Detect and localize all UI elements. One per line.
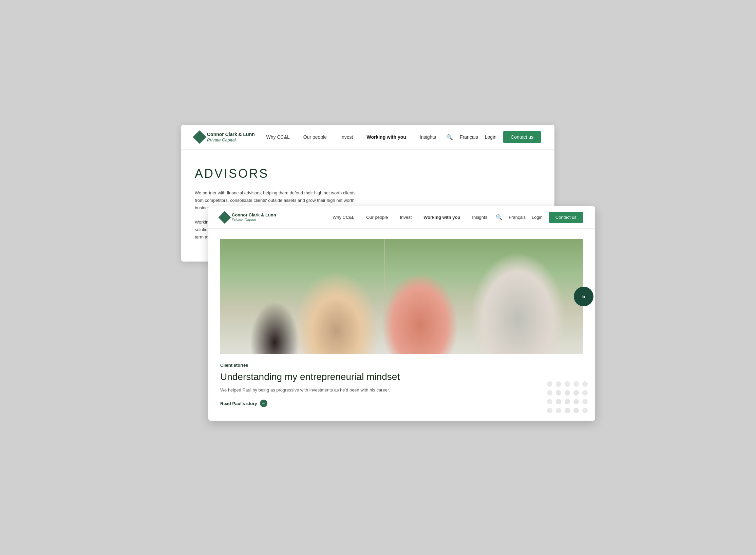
dot <box>582 408 588 413</box>
svg-point-10 <box>308 308 364 354</box>
dot <box>556 381 561 387</box>
back-nav-insights[interactable]: Insights <box>420 134 436 140</box>
back-lang-login: Français Login <box>460 134 496 140</box>
back-nav-why-ccl[interactable]: Why CC&L <box>266 134 290 140</box>
back-nav-links: Why CC&L Our people Invest Working with … <box>266 134 436 140</box>
front-login[interactable]: Login <box>532 215 543 220</box>
dot <box>547 399 552 404</box>
back-nav-working-with-you[interactable]: Working with you <box>366 134 406 140</box>
dot <box>547 390 552 396</box>
dot <box>573 399 579 404</box>
front-nav-why-ccl[interactable]: Why CC&L <box>333 215 354 220</box>
back-search-icon[interactable]: 🔍 <box>446 134 453 140</box>
front-search-icon[interactable]: 🔍 <box>496 214 503 221</box>
front-lang-login: Français Login <box>509 215 543 220</box>
svg-point-11 <box>400 248 445 300</box>
hero-svg <box>220 239 583 354</box>
dot <box>547 381 552 387</box>
dot <box>565 390 570 396</box>
front-lang[interactable]: Français <box>509 215 526 220</box>
front-logo-text: Connor Clark & Lunn Private Capital <box>232 212 276 222</box>
story-description: We helped Paul by being as progressive w… <box>220 387 583 394</box>
back-nav-invest[interactable]: Invest <box>340 134 353 140</box>
svg-rect-4 <box>385 241 392 315</box>
logo-diamond-icon <box>193 130 206 144</box>
svg-point-13 <box>391 296 454 354</box>
back-contact-button[interactable]: Contact us <box>503 131 541 143</box>
svg-point-6 <box>243 248 295 308</box>
story-tag: Client stories <box>220 363 583 368</box>
front-contact-button[interactable]: Contact us <box>549 212 583 223</box>
dot <box>565 408 570 413</box>
svg-rect-5 <box>482 285 583 330</box>
front-nav-invest[interactable]: Invest <box>400 215 412 220</box>
logo-text: Connor Clark & Lunn Private Capital <box>207 132 255 142</box>
back-nav-our-people[interactable]: Our people <box>303 134 327 140</box>
front-nav-insights[interactable]: Insights <box>472 215 487 220</box>
svg-rect-0 <box>220 239 583 354</box>
svg-point-15 <box>499 244 555 282</box>
svg-point-12 <box>398 242 447 283</box>
svg-rect-1 <box>220 239 583 308</box>
hero-image <box>220 239 583 354</box>
back-nav-right: 🔍 Français Login Contact us <box>446 131 541 143</box>
svg-point-16 <box>490 296 565 354</box>
dot <box>565 381 570 387</box>
dot <box>573 390 579 396</box>
dot <box>573 381 579 387</box>
story-content: Client stories Understanding my entrepre… <box>208 354 595 410</box>
page-title: ADVISORS <box>195 167 541 181</box>
back-lang[interactable]: Français <box>460 134 478 140</box>
svg-point-17 <box>258 341 482 354</box>
front-nav-our-people[interactable]: Our people <box>366 215 388 220</box>
svg-point-3 <box>482 270 583 330</box>
dot <box>547 408 552 413</box>
back-navbar: Connor Clark & Lunn Private Capital Why … <box>181 125 554 150</box>
svg-point-7 <box>235 263 303 354</box>
svg-point-8 <box>316 259 357 304</box>
dot <box>582 390 588 396</box>
dot <box>556 408 561 413</box>
front-nav-links: Why CC&L Our people Invest Working with … <box>333 215 487 220</box>
front-window: Connor Clark & Lunn Private Capital Why … <box>208 206 595 421</box>
dot <box>556 399 561 404</box>
front-logo[interactable]: Connor Clark & Lunn Private Capital <box>220 212 276 222</box>
carousel-next-button[interactable]: » <box>574 287 593 306</box>
dot <box>582 381 588 387</box>
svg-point-9 <box>306 278 366 354</box>
front-nav-working-with-you[interactable]: Working with you <box>423 215 460 220</box>
svg-point-14 <box>499 250 555 313</box>
front-logo-diamond-icon <box>219 211 231 224</box>
decorative-dots <box>547 381 588 414</box>
back-login[interactable]: Login <box>485 134 496 140</box>
svg-rect-18 <box>362 345 366 354</box>
hero-wrapper: » <box>220 239 583 354</box>
back-logo[interactable]: Connor Clark & Lunn Private Capital <box>195 132 255 142</box>
svg-point-2 <box>426 255 576 330</box>
story-title: Understanding my entrepreneurial mindset <box>220 371 583 383</box>
read-paul-story-link[interactable]: Read Paul's story → <box>220 400 583 407</box>
read-paul-story-label: Read Paul's story <box>220 401 257 406</box>
dot <box>565 399 570 404</box>
arrow-circle-icon: → <box>260 400 267 407</box>
front-navbar: Connor Clark & Lunn Private Capital Why … <box>208 206 595 229</box>
svg-rect-19 <box>392 347 396 354</box>
dot <box>573 408 579 413</box>
dot <box>556 390 561 396</box>
front-nav-right: 🔍 Français Login Contact us <box>496 212 583 223</box>
stacked-windows: Connor Clark & Lunn Private Capital Why … <box>181 125 575 430</box>
dot <box>582 399 588 404</box>
